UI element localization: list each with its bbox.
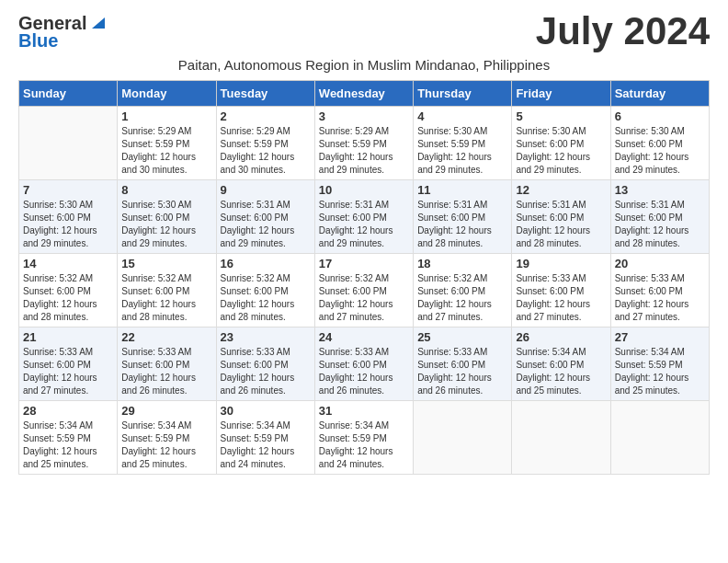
day-number: 27 [615,330,705,344]
header: General Blue July 2024 [18,9,710,53]
day-detail: Sunrise: 5:29 AM Sunset: 5:59 PM Dayligh… [319,125,409,177]
day-number: 23 [221,330,311,344]
calendar-cell: 14Sunrise: 5:32 AM Sunset: 6:00 PM Dayli… [19,254,118,327]
calendar-cell: 6Sunrise: 5:30 AM Sunset: 6:00 PM Daylig… [610,107,709,180]
week-row-3: 14Sunrise: 5:32 AM Sunset: 6:00 PM Dayli… [19,254,710,327]
day-number: 21 [23,330,113,344]
day-number: 19 [516,257,606,270]
day-detail: Sunrise: 5:31 AM Sunset: 6:00 PM Dayligh… [417,199,507,250]
day-number: 3 [319,109,409,123]
calendar-cell: 4Sunrise: 5:30 AM Sunset: 5:59 PM Daylig… [414,107,512,180]
day-detail: Sunrise: 5:33 AM Sunset: 6:00 PM Dayligh… [516,272,606,324]
day-detail: Sunrise: 5:33 AM Sunset: 6:00 PM Dayligh… [221,346,311,397]
week-row-1: 1Sunrise: 5:29 AM Sunset: 5:59 PM Daylig… [19,107,710,180]
day-header-wednesday: Wednesday [314,81,413,107]
day-header-sunday: Sunday [19,81,118,107]
day-header-friday: Friday [512,81,610,107]
day-detail: Sunrise: 5:29 AM Sunset: 5:59 PM Dayligh… [121,125,211,177]
day-number: 26 [516,330,606,344]
calendar-cell: 23Sunrise: 5:33 AM Sunset: 6:00 PM Dayli… [216,327,314,401]
logo-blue: Blue [18,30,58,52]
day-detail: Sunrise: 5:32 AM Sunset: 6:00 PM Dayligh… [23,272,113,324]
month-title: July 2024 [536,9,710,53]
day-number: 29 [121,404,211,418]
calendar-cell: 19Sunrise: 5:33 AM Sunset: 6:00 PM Dayli… [512,254,610,327]
calendar-cell: 7Sunrise: 5:30 AM Sunset: 6:00 PM Daylig… [19,180,118,254]
calendar-cell: 1Sunrise: 5:29 AM Sunset: 5:59 PM Daylig… [118,107,216,180]
day-number: 9 [221,183,311,197]
day-number: 6 [615,109,705,123]
svg-marker-0 [92,17,105,29]
day-number: 12 [516,183,606,197]
day-number: 14 [23,257,113,270]
calendar-cell: 17Sunrise: 5:32 AM Sunset: 6:00 PM Dayli… [314,254,413,327]
week-row-5: 28Sunrise: 5:34 AM Sunset: 5:59 PM Dayli… [19,401,710,475]
day-number: 5 [516,109,606,123]
day-number: 15 [121,257,211,270]
calendar-cell [610,401,709,475]
day-number: 8 [121,183,211,197]
calendar-cell: 9Sunrise: 5:31 AM Sunset: 6:00 PM Daylig… [216,180,314,254]
logo-triangle-icon [88,14,105,34]
subtitle: Paitan, Autonomous Region in Muslim Mind… [18,57,710,73]
calendar-cell: 27Sunrise: 5:34 AM Sunset: 5:59 PM Dayli… [610,327,709,401]
day-detail: Sunrise: 5:34 AM Sunset: 5:59 PM Dayligh… [23,419,113,471]
day-number: 17 [319,257,409,270]
day-header-tuesday: Tuesday [216,81,314,107]
calendar-cell: 2Sunrise: 5:29 AM Sunset: 5:59 PM Daylig… [216,107,314,180]
calendar-cell: 12Sunrise: 5:31 AM Sunset: 6:00 PM Dayli… [512,180,610,254]
calendar-cell: 30Sunrise: 5:34 AM Sunset: 5:59 PM Dayli… [216,401,314,475]
day-number: 11 [417,183,507,197]
calendar-cell: 8Sunrise: 5:30 AM Sunset: 6:00 PM Daylig… [118,180,216,254]
day-detail: Sunrise: 5:34 AM Sunset: 5:59 PM Dayligh… [121,419,211,471]
calendar-cell: 21Sunrise: 5:33 AM Sunset: 6:00 PM Dayli… [19,327,118,401]
day-detail: Sunrise: 5:30 AM Sunset: 5:59 PM Dayligh… [417,125,507,177]
week-row-4: 21Sunrise: 5:33 AM Sunset: 6:00 PM Dayli… [19,327,710,401]
day-header-monday: Monday [118,81,216,107]
day-number: 7 [23,183,113,197]
day-detail: Sunrise: 5:30 AM Sunset: 6:00 PM Dayligh… [615,125,705,177]
week-row-2: 7Sunrise: 5:30 AM Sunset: 6:00 PM Daylig… [19,180,710,254]
day-number: 25 [417,330,507,344]
day-detail: Sunrise: 5:33 AM Sunset: 6:00 PM Dayligh… [121,346,211,397]
day-number: 30 [221,404,311,418]
day-detail: Sunrise: 5:31 AM Sunset: 6:00 PM Dayligh… [319,199,409,250]
calendar-cell: 16Sunrise: 5:32 AM Sunset: 6:00 PM Dayli… [216,254,314,327]
day-number: 28 [23,404,113,418]
day-detail: Sunrise: 5:34 AM Sunset: 6:00 PM Dayligh… [516,346,606,397]
calendar-table: SundayMondayTuesdayWednesdayThursdayFrid… [18,80,710,475]
calendar-cell: 24Sunrise: 5:33 AM Sunset: 6:00 PM Dayli… [314,327,413,401]
calendar-cell: 22Sunrise: 5:33 AM Sunset: 6:00 PM Dayli… [118,327,216,401]
day-detail: Sunrise: 5:31 AM Sunset: 6:00 PM Dayligh… [516,199,606,250]
day-detail: Sunrise: 5:32 AM Sunset: 6:00 PM Dayligh… [417,272,507,324]
day-header-saturday: Saturday [610,81,709,107]
calendar-cell: 26Sunrise: 5:34 AM Sunset: 6:00 PM Dayli… [512,327,610,401]
day-header-thursday: Thursday [414,81,512,107]
day-detail: Sunrise: 5:30 AM Sunset: 6:00 PM Dayligh… [121,199,211,250]
calendar-cell: 13Sunrise: 5:31 AM Sunset: 6:00 PM Dayli… [610,180,709,254]
day-detail: Sunrise: 5:29 AM Sunset: 5:59 PM Dayligh… [221,125,311,177]
day-number: 24 [319,330,409,344]
day-detail: Sunrise: 5:33 AM Sunset: 6:00 PM Dayligh… [417,346,507,397]
day-number: 31 [319,404,409,418]
day-detail: Sunrise: 5:30 AM Sunset: 6:00 PM Dayligh… [516,125,606,177]
calendar-cell: 20Sunrise: 5:33 AM Sunset: 6:00 PM Dayli… [610,254,709,327]
day-detail: Sunrise: 5:34 AM Sunset: 5:59 PM Dayligh… [221,419,311,471]
day-number: 18 [417,257,507,270]
day-detail: Sunrise: 5:32 AM Sunset: 6:00 PM Dayligh… [221,272,311,324]
calendar-cell: 11Sunrise: 5:31 AM Sunset: 6:00 PM Dayli… [414,180,512,254]
calendar-cell: 3Sunrise: 5:29 AM Sunset: 5:59 PM Daylig… [314,107,413,180]
calendar-cell: 25Sunrise: 5:33 AM Sunset: 6:00 PM Dayli… [414,327,512,401]
day-detail: Sunrise: 5:33 AM Sunset: 6:00 PM Dayligh… [23,346,113,397]
day-detail: Sunrise: 5:34 AM Sunset: 5:59 PM Dayligh… [319,419,409,471]
day-number: 4 [417,109,507,123]
day-number: 20 [615,257,705,270]
day-number: 13 [615,183,705,197]
day-number: 16 [221,257,311,270]
day-detail: Sunrise: 5:33 AM Sunset: 6:00 PM Dayligh… [615,272,705,324]
day-number: 2 [221,109,311,123]
calendar-cell: 31Sunrise: 5:34 AM Sunset: 5:59 PM Dayli… [314,401,413,475]
calendar-cell: 28Sunrise: 5:34 AM Sunset: 5:59 PM Dayli… [19,401,118,475]
calendar-cell: 15Sunrise: 5:32 AM Sunset: 6:00 PM Dayli… [118,254,216,327]
calendar-cell: 10Sunrise: 5:31 AM Sunset: 6:00 PM Dayli… [314,180,413,254]
